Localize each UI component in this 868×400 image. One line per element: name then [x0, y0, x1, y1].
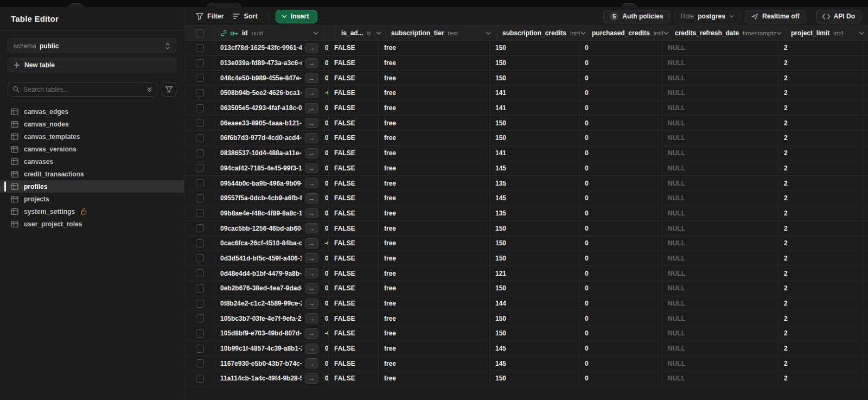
cell-id[interactable]: 0d48e4d4-b1bf-4479-9a8b-4a4b...→: [215, 266, 324, 281]
row-checkbox[interactable]: [196, 104, 204, 112]
cell-purchased-credits[interactable]: 0: [579, 131, 662, 145]
cell-subscription-credits[interactable]: 135: [490, 176, 579, 191]
cell-credits-refresh-date[interactable]: NULL: [662, 161, 778, 176]
expand-row-button[interactable]: →: [305, 193, 318, 204]
cell-is-admin[interactable]: FALSE: [329, 206, 379, 221]
cell-clipped-last[interactable]: NU: [863, 131, 868, 145]
cell-project-limit[interactable]: 2: [778, 356, 863, 371]
expand-row-button[interactable]: →: [305, 103, 318, 113]
cell-id[interactable]: 0508b94b-5ee2-4626-bca1-4bca...→: [215, 86, 324, 100]
cell-clipped-last[interactable]: NU: [863, 191, 868, 206]
cell-purchased-credits[interactable]: 0: [579, 146, 662, 161]
cell-id[interactable]: 0eb2b676-38ed-4ea7-9dad-38e6...→: [215, 281, 324, 296]
auth-policies-button[interactable]: 5 Auth policies: [603, 10, 669, 23]
cell-subscription-credits[interactable]: 145: [490, 341, 579, 356]
cell-subscription-credits[interactable]: 150: [490, 236, 579, 251]
expand-row-button[interactable]: →: [305, 283, 318, 294]
cell-subscription-credits[interactable]: 150: [490, 326, 579, 341]
sidebar-filter-button[interactable]: [162, 82, 176, 97]
cell-id[interactable]: 048c4e50-b989-455e-847e-fb2f...→: [215, 71, 324, 85]
cell-clipped[interactable]: -0: [324, 86, 329, 100]
cell-subscription-credits[interactable]: 135: [490, 206, 579, 221]
cell-credits-refresh-date[interactable]: NULL: [662, 131, 778, 145]
row-checkbox[interactable]: [196, 254, 204, 262]
column-header-is_admin[interactable]: is_ad...b...: [336, 26, 386, 40]
cell-subscription-credits[interactable]: 150: [490, 311, 579, 326]
expand-row-button[interactable]: →: [305, 133, 318, 143]
row-checkbox[interactable]: [196, 374, 204, 383]
cell-purchased-credits[interactable]: 0: [579, 266, 662, 281]
cell-subscription-credits[interactable]: 145: [490, 161, 579, 176]
expand-row-button[interactable]: →: [305, 344, 318, 354]
sidebar-item-profiles[interactable]: profiles: [0, 180, 184, 193]
role-select-button[interactable]: Role postgres: [674, 10, 741, 23]
cell-clipped-last[interactable]: NU: [863, 326, 868, 341]
cell-clipped-last[interactable]: NU: [863, 71, 868, 85]
cell-subscription-tier[interactable]: free: [379, 206, 490, 221]
row-checkbox[interactable]: [196, 164, 204, 172]
cell-id[interactable]: 094caf42-7185-4e45-99f3-14abee...→: [215, 161, 324, 176]
schema-select[interactable]: schema public: [8, 39, 176, 53]
cell-subscription-tier[interactable]: free: [379, 116, 490, 130]
cell-is-admin[interactable]: FALSE: [329, 71, 379, 85]
cell-is-admin[interactable]: FALSE: [329, 221, 379, 236]
cell-credits-refresh-date[interactable]: NULL: [662, 251, 778, 266]
cell-credits-refresh-date[interactable]: NULL: [662, 191, 778, 206]
cell-project-limit[interactable]: 2: [778, 146, 863, 161]
cell-clipped[interactable]: 0(: [324, 356, 329, 371]
cell-clipped[interactable]: 0(: [324, 161, 329, 176]
cell-project-limit[interactable]: 2: [778, 86, 863, 100]
cell-subscription-credits[interactable]: 141: [490, 101, 579, 116]
cell-clipped-last[interactable]: NU: [863, 266, 868, 281]
expand-row-button[interactable]: →: [305, 163, 318, 173]
sidebar-item-canvas_edges[interactable]: canvas_edges: [0, 105, 184, 118]
cell-clipped[interactable]: 0: [324, 341, 329, 356]
cell-id[interactable]: 08386537-10d4-488a-a11e-eb5a6...→: [215, 146, 324, 161]
cell-is-admin[interactable]: FALSE: [329, 161, 379, 176]
cell-purchased-credits[interactable]: 0: [579, 356, 662, 371]
sidebar-item-projects[interactable]: projects: [0, 193, 184, 205]
cell-clipped-last[interactable]: NU: [863, 236, 868, 251]
cell-subscription-tier[interactable]: free: [379, 266, 490, 281]
cell-subscription-credits[interactable]: 150: [490, 281, 579, 296]
row-checkbox[interactable]: [196, 59, 204, 67]
cell-id[interactable]: 09557f5a-0dcb-4cb9-a6fb-fff366...→: [215, 191, 324, 206]
cell-clipped[interactable]: 0(: [324, 296, 329, 311]
cell-subscription-credits[interactable]: 150: [490, 71, 579, 85]
row-checkbox[interactable]: [196, 149, 204, 157]
sort-button[interactable]: Sort: [228, 10, 262, 23]
cell-is-admin[interactable]: FALSE: [329, 281, 379, 296]
cell-project-limit[interactable]: 2: [778, 71, 863, 85]
sidebar-item-credit_transactions[interactable]: credit_transactions: [0, 168, 184, 180]
expand-row-button[interactable]: →: [305, 268, 318, 278]
cell-subscription-tier[interactable]: free: [379, 131, 490, 145]
cell-id[interactable]: 0cac6fca-26cf-4510-84ba-c4580...→: [215, 236, 324, 251]
cell-id[interactable]: 10b99c1f-4857-4c39-a8b1-263b8...→: [215, 341, 324, 356]
cell-purchased-credits[interactable]: 0: [579, 251, 662, 266]
sidebar-item-canvases[interactable]: canvases: [0, 155, 184, 168]
cell-is-admin[interactable]: FALSE: [329, 356, 379, 371]
cell-purchased-credits[interactable]: 0: [579, 371, 662, 386]
cell-clipped[interactable]: 0(: [324, 266, 329, 281]
cell-credits-refresh-date[interactable]: NULL: [662, 371, 778, 386]
cell-subscription-tier[interactable]: free: [379, 341, 490, 356]
cell-clipped[interactable]: 0(: [324, 281, 329, 296]
cell-subscription-credits[interactable]: 145: [490, 191, 579, 206]
cell-project-limit[interactable]: 2: [778, 326, 863, 341]
expand-row-button[interactable]: →: [305, 299, 318, 309]
cell-is-admin[interactable]: FALSE: [329, 101, 379, 116]
expand-row-button[interactable]: →: [305, 208, 318, 218]
cell-subscription-credits[interactable]: 150: [490, 131, 579, 145]
cell-subscription-tier[interactable]: free: [379, 371, 490, 386]
cell-project-limit[interactable]: 2: [778, 221, 863, 236]
cell-project-limit[interactable]: 2: [778, 251, 863, 266]
cell-id[interactable]: 105d8bf9-e703-49bd-807d-645e...→: [215, 326, 324, 341]
row-checkbox[interactable]: [196, 209, 204, 217]
cell-purchased-credits[interactable]: 0: [579, 191, 662, 206]
expand-row-button[interactable]: →: [305, 238, 318, 249]
cell-clipped[interactable]: 0(: [324, 131, 329, 145]
cell-credits-refresh-date[interactable]: NULL: [662, 86, 778, 100]
cell-clipped[interactable]: 0(: [324, 71, 329, 85]
cell-subscription-tier[interactable]: free: [379, 101, 490, 116]
cell-clipped-last[interactable]: NU: [863, 281, 868, 296]
